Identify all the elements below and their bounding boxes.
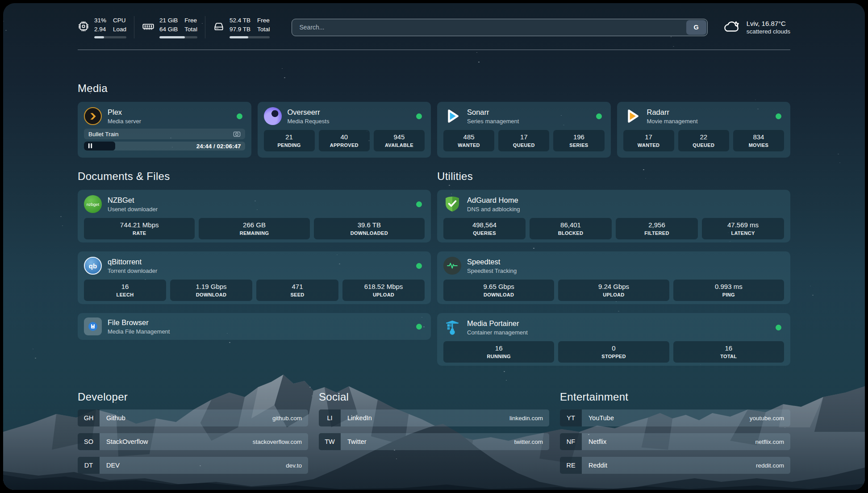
disk-icon — [213, 21, 225, 34]
sonarr-card[interactable]: SonarrSeries management485WANTED17QUEUED… — [437, 102, 611, 158]
bookmark-reddit[interactable]: RERedditreddit.com — [560, 457, 790, 474]
stat-label: UPLOAD — [342, 292, 425, 297]
card-header: OverseerrMedia Requests — [264, 107, 425, 125]
pause-icon[interactable] — [88, 142, 92, 150]
stat-available: 945AVAILABLE — [374, 130, 425, 151]
stat-value: 9.24 Gbps — [558, 283, 669, 290]
stat-latency: 47.569 msLATENCY — [702, 218, 784, 239]
radarr-card[interactable]: RadarrMovie management17WANTED22QUEUED83… — [617, 102, 791, 158]
stat-label: PING — [673, 292, 784, 297]
stat-value: 47.569 ms — [702, 221, 784, 229]
stat-label: DOWNLOAD — [443, 292, 554, 297]
media-portainer-card[interactable]: Media PortainerContainer management16RUN… — [437, 313, 790, 366]
stat-series: 196SERIES — [553, 130, 604, 151]
speedtest-card[interactable]: SpeedtestSpeedtest Tracking9.65 GbpsDOWN… — [437, 251, 790, 304]
qbittorrent-card[interactable]: qbqBittorrentTorrent downloader16LEECH1.… — [78, 251, 431, 304]
overseerr-card[interactable]: OverseerrMedia Requests21PENDING40APPROV… — [258, 102, 431, 158]
now-playing-row: Bullet Train — [84, 129, 245, 139]
nzbget-icon: nzbget — [84, 195, 102, 213]
monitor-value-column: 52.4 TB97.9 TB — [230, 16, 250, 33]
monitor-value-column: 31%2.94 — [94, 16, 106, 33]
app-title: Plex — [108, 108, 141, 117]
stat-label: RUNNING — [443, 354, 554, 359]
stat-upload: 618.52 MbpsUPLOAD — [342, 280, 425, 301]
stat-value: 945 — [374, 133, 425, 141]
bookmark-name: LinkedIn — [341, 409, 372, 426]
bookmark-name: StackOverflow — [100, 433, 148, 450]
top-bar: 31%2.94CPULoad21 GiB64 GiBFreeTotal52.4 … — [78, 15, 790, 40]
filebrowser-icon — [84, 318, 102, 335]
card-header: qbqBittorrentTorrent downloader — [84, 257, 425, 275]
dashboard: 31%2.94CPULoad21 GiB64 GiBFreeTotal52.4 … — [3, 3, 865, 490]
bookmark-abbr: DT — [78, 457, 100, 474]
search-bar: G — [292, 19, 707, 36]
card-stats: 16LEECH1.19 GbpsDOWNLOAD471SEED618.52 Mb… — [84, 280, 425, 301]
playback-progress-bar[interactable]: 24:44 / 02:06:47 — [84, 142, 245, 150]
bookmark-twitter[interactable]: TWTwittertwitter.com — [319, 433, 549, 450]
playback-time: 24:44 / 02:06:47 — [196, 143, 245, 150]
app-subtitle: Series management — [467, 118, 519, 125]
bookmark-github[interactable]: GHGithubgithub.com — [78, 409, 308, 426]
bookmark-url: linkedin.com — [509, 409, 549, 426]
stat-running: 16RUNNING — [443, 341, 554, 363]
memory-icon — [142, 20, 154, 34]
monitor-label-column: CPULoad — [113, 16, 126, 33]
card-names: File BrowserMedia File Management — [108, 318, 170, 335]
plex-card[interactable]: PlexMedia serverBullet Train24:44 / 02:0… — [78, 102, 251, 158]
plex-icon — [84, 107, 102, 125]
stat-download: 1.19 GbpsDOWNLOAD — [170, 280, 252, 301]
playback-progress-fill — [84, 142, 115, 150]
monitor-body: 21 GiB64 GiBFreeTotal — [159, 16, 197, 38]
cpu-icon — [78, 21, 89, 34]
card-stats: 744.21 MbpsRATE266 GBREMAINING39.6 TBDOW… — [84, 218, 425, 239]
card-stats: 17WANTED22QUEUED834MOVIES — [623, 130, 785, 151]
stat-value: 39.6 TB — [314, 221, 425, 229]
status-online-dot — [237, 113, 242, 119]
stat-remaining: 266 GBREMAINING — [199, 218, 309, 239]
bookmark-url: reddit.com — [756, 457, 790, 474]
bookmark-abbr: SO — [78, 433, 100, 450]
stat-wanted: 17WANTED — [623, 130, 674, 151]
bookmark-dev[interactable]: DTDEVdev.to — [78, 457, 308, 474]
stat-label: WANTED — [443, 142, 494, 148]
monitor-value: 52.4 TB — [230, 16, 250, 25]
stat-label: BLOCKED — [530, 230, 612, 236]
app-subtitle: Container management — [467, 329, 528, 336]
card-stats: 485WANTED17QUEUED196SERIES — [443, 130, 605, 151]
stat-rate: 744.21 MbpsRATE — [84, 218, 195, 239]
search-provider-button[interactable]: G — [686, 20, 706, 35]
weather-condition: scattered clouds — [747, 28, 790, 35]
section-title-media: Media — [78, 82, 790, 95]
monitor-progress-fill — [230, 36, 248, 38]
file-browser-card[interactable]: File BrowserMedia File Management — [78, 313, 431, 340]
stat-label: AVAILABLE — [374, 142, 425, 148]
stat-value: 40 — [319, 133, 370, 141]
monitor-value: 2.94 — [94, 25, 106, 34]
nzbget-card[interactable]: nzbgetNZBGetUsenet downloader744.21 Mbps… — [78, 190, 431, 242]
stat-label: WANTED — [623, 142, 674, 148]
status-online-dot — [776, 325, 781, 330]
bookmark-netflix[interactable]: NFNetflixnetflix.com — [560, 433, 790, 450]
monitor-label: Free — [257, 16, 270, 25]
bookmarks-row: DeveloperGHGithubgithub.comSOStackOverfl… — [78, 391, 790, 474]
search-input[interactable] — [292, 19, 707, 36]
header-divider — [78, 50, 790, 50]
bookmark-list: LILinkedInlinkedin.comTWTwittertwitter.c… — [319, 409, 549, 450]
stat-label: DOWNLOADED — [314, 230, 425, 236]
bookmark-youtube[interactable]: YTYouTubeyoutube.com — [560, 409, 790, 426]
stat-value: 16 — [84, 283, 166, 290]
bookmark-stackoverflow[interactable]: SOStackOverflowstackoverflow.com — [78, 433, 308, 450]
monitor-free-total: 21 GiB64 GiBFreeTotal — [134, 16, 205, 38]
stat-download: 9.65 GbpsDOWNLOAD — [443, 280, 554, 301]
section-title-utilities: Utilities — [437, 170, 790, 183]
weather-widget[interactable]: Lviv, 16.87°C scattered clouds — [722, 19, 790, 36]
stat-value: 834 — [733, 133, 784, 141]
adguard-home-card[interactable]: AdGuard HomeDNS and adblocking498,564QUE… — [437, 190, 790, 242]
bookmark-linkedin[interactable]: LILinkedInlinkedin.com — [319, 409, 549, 426]
app-title: Sonarr — [467, 108, 519, 117]
cloud-icon — [722, 19, 741, 36]
app-subtitle: Torrent downloader — [108, 267, 157, 274]
app-title: AdGuard Home — [467, 196, 520, 205]
card-header: nzbgetNZBGetUsenet downloader — [84, 195, 425, 213]
monitor-values: 31%2.94CPULoad — [94, 16, 126, 33]
